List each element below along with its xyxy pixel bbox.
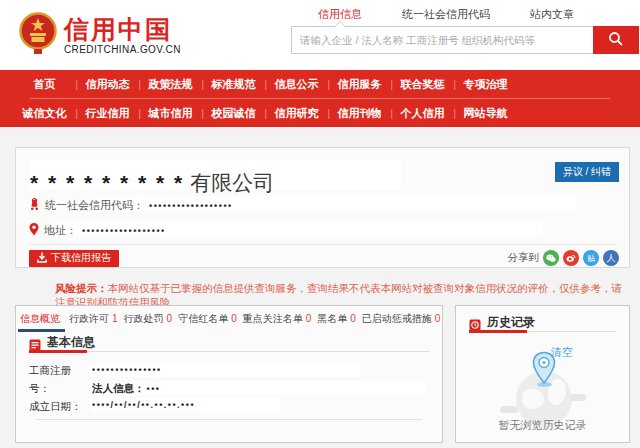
risk-notice-prefix: 风险提示： <box>55 282 108 294</box>
tab-admin-licenses[interactable]: 行政许可1 <box>69 312 118 326</box>
nav-item-credit-research[interactable]: 信用研究 <box>265 99 328 127</box>
legal-person-value: ••• <box>147 384 161 394</box>
main-nav: 首页 信用动态 政策法规 标准规范 信息公示 信用服务 联合奖惩 专项治理 诚信… <box>0 70 640 127</box>
search-tab-credit-code[interactable]: 统一社会信用代码 <box>402 7 490 22</box>
site-name: 信用中国 <box>64 16 181 42</box>
nav-item-city-credit[interactable]: 城市信用 <box>139 99 202 127</box>
section-head-line <box>74 351 429 352</box>
establish-date-label: 成立日期： <box>29 397 82 415</box>
address-value: •••••••••••••••••• <box>82 226 166 236</box>
share-weibo-icon[interactable] <box>563 250 579 266</box>
tab-count: 0 <box>167 313 173 324</box>
tab-count: 0 <box>435 313 441 324</box>
search-box <box>291 26 593 54</box>
nav-item-joint-rewards[interactable]: 联合奖惩 <box>391 70 454 98</box>
address-label: 地址： <box>44 223 77 238</box>
tab-label: 行政许可 <box>69 313 109 324</box>
brand-text: 信用中国 CREDITCHINA.GOV.CN <box>64 16 181 55</box>
tab-count: 0 <box>350 313 356 324</box>
credit-code-line: 统一社会信用代码： •••••••••••••••••• <box>29 198 233 213</box>
nav-row-1: 首页 信用动态 政策法规 标准规范 信息公示 信用服务 联合奖惩 专项治理 <box>13 70 573 98</box>
nav-item-credit-news[interactable]: 信用动态 <box>76 70 139 98</box>
share-wechat-icon[interactable] <box>543 250 559 266</box>
history-title: 历史记录 <box>487 315 535 329</box>
tab-redlist[interactable]: 守信红名单0 <box>178 312 237 326</box>
download-icon <box>37 252 47 265</box>
tab-label: 重点关注名单 <box>243 313 303 324</box>
nav-item-policies[interactable]: 政策法规 <box>139 70 202 98</box>
section-title-underline <box>469 330 527 333</box>
credit-code-badge-icon <box>29 198 40 213</box>
nav-item-special-governance[interactable]: 专项治理 <box>454 70 517 98</box>
nav-item-credit-services[interactable]: 信用服务 <box>328 70 391 98</box>
location-pin-icon <box>29 223 39 238</box>
share-renren-icon[interactable]: 人 <box>603 250 619 266</box>
nav-item-campus-integrity[interactable]: 校园诚信 <box>202 99 265 127</box>
share-label: 分享到 <box>508 251 540 265</box>
nav-item-industry-credit[interactable]: 行业信用 <box>76 99 139 127</box>
establish-date-value: ••••/••/••/••.••.••.••• <box>92 400 195 410</box>
share-group: 分享到 贴 人 <box>508 250 620 266</box>
search-button[interactable] <box>593 26 639 54</box>
nav-item-personal-credit[interactable]: 个人信用 <box>391 99 454 127</box>
company-name-masked: * * * * * * * * * <box>30 171 184 194</box>
tab-info-overview[interactable]: 信息概览 <box>20 312 63 326</box>
history-section-icon <box>469 317 481 329</box>
registration-number-label: 工商注册号： <box>29 361 77 397</box>
download-credit-report-button[interactable]: 下载信用报告 <box>29 250 119 267</box>
section-head-line <box>514 331 616 332</box>
cloud-decoration <box>570 394 586 401</box>
search-tab-articles[interactable]: 站内文章 <box>530 7 574 22</box>
share-tieba-icon[interactable]: 贴 <box>583 250 599 266</box>
card-divider <box>29 244 616 245</box>
tab-watchlist[interactable]: 重点关注名单0 <box>243 312 312 326</box>
nav-item-info-publicity[interactable]: 信息公示 <box>265 70 328 98</box>
section-title-underline <box>29 350 87 353</box>
tab-admin-penalties[interactable]: 行政处罚0 <box>124 312 173 326</box>
credit-china-page: 信用中国 CREDITCHINA.GOV.CN 信用信息 统一社会信用代码 站内… <box>0 0 640 448</box>
tab-label: 行政处罚 <box>124 313 164 324</box>
rows-divider <box>36 419 422 420</box>
tab-count: 0 <box>306 313 312 324</box>
site-logo[interactable]: 信用中国 CREDITCHINA.GOV.CN <box>18 11 181 59</box>
nav-item-integrity-culture[interactable]: 诚信文化 <box>13 99 76 127</box>
history-panel: 历史记录 清空 暂无浏览历史记录 <box>455 305 630 443</box>
national-emblem-icon <box>18 11 58 59</box>
tab-label: 黑名单 <box>317 313 347 324</box>
cloud-decoration <box>500 406 518 413</box>
clear-history-link[interactable]: 清空 <box>551 345 573 360</box>
tab-count: 0 <box>231 313 237 324</box>
search-input[interactable] <box>292 27 593 53</box>
legal-person-line: 法人信息：••• <box>92 382 160 396</box>
search-icon <box>608 31 624 50</box>
address-line: 地址： •••••••••••••••••• <box>29 223 166 238</box>
tab-count: 1 <box>112 313 118 324</box>
basic-info-section-icon <box>29 337 41 349</box>
header: 信用中国 CREDITCHINA.GOV.CN 信用信息 统一社会信用代码 站内… <box>0 0 640 70</box>
credit-code-label: 统一社会信用代码： <box>45 198 144 213</box>
result-tabs: 信息概览 行政许可1 行政处罚0 守信红名单0 重点关注名单0 黑名单0 已启动… <box>20 312 440 326</box>
basic-info-title: 基本信息 <box>47 335 95 349</box>
history-empty-text: 暂无浏览历史记录 <box>456 418 629 433</box>
download-button-label: 下载信用报告 <box>51 251 111 265</box>
tab-label: 信息概览 <box>20 313 60 324</box>
company-name-suffix: 有限公司 <box>190 171 274 194</box>
legal-person-label: 法人信息： <box>92 382 145 394</box>
tab-label: 已启动惩戒措施 <box>362 313 432 324</box>
registration-number-value: ••••••••••••••• <box>92 365 162 375</box>
credit-code-value: •••••••••••••••••• <box>149 201 233 211</box>
card-footer: 下载信用报告 分享到 <box>29 249 619 267</box>
tab-blacklist[interactable]: 黑名单0 <box>317 312 356 326</box>
site-domain: CREDITCHINA.GOV.CN <box>64 44 181 55</box>
company-card: * * * * * * * * *有限公司 异议 / 纠错 统一社会信用代码： … <box>15 147 630 268</box>
nav-item-sitemap[interactable]: 网站导航 <box>454 99 517 127</box>
nav-item-home[interactable]: 首页 <box>13 70 76 98</box>
company-name: * * * * * * * * *有限公司 <box>30 161 274 198</box>
dispute-correction-button[interactable]: 异议 / 纠错 <box>555 162 619 182</box>
tab-sanctions[interactable]: 已启动惩戒措施0 <box>362 312 441 326</box>
nav-item-credit-publications[interactable]: 信用刊物 <box>328 99 391 127</box>
company-detail-panel: 信息概览 行政许可1 行政处罚0 守信红名单0 重点关注名单0 黑名单0 已启动… <box>15 305 443 443</box>
tab-label: 守信红名单 <box>178 313 228 324</box>
nav-item-standards[interactable]: 标准规范 <box>202 70 265 98</box>
nav-row-2: 诚信文化 行业信用 城市信用 校园诚信 信用研究 信用刊物 个人信用 网站导航 <box>13 99 573 127</box>
